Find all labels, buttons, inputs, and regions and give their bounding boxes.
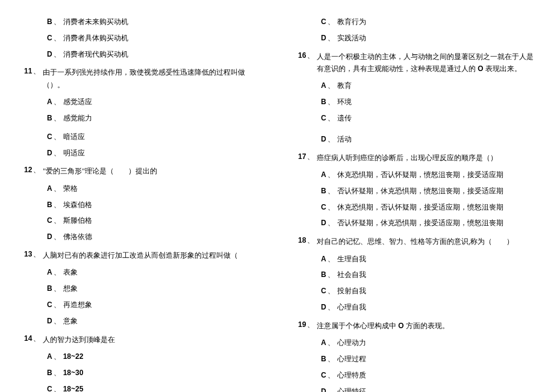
option-letter: C [47, 132, 52, 142]
option-text: 消费者具体购买动机 [63, 33, 128, 43]
option-text: 教育 [337, 81, 352, 91]
option-text: 明适应 [63, 148, 85, 158]
question-12: 12、"爱的三角形"理论是（ ）提出的 [18, 165, 262, 177]
option-row: D、心理自我 [292, 302, 536, 313]
option-letter: B [47, 17, 52, 27]
option-text: 想象 [63, 284, 78, 294]
option-letter: B [47, 284, 52, 294]
question-text: "爱的三角形"理论是（ ）提出的 [43, 165, 262, 177]
option-text: 活动 [337, 134, 352, 145]
option-letter: B [321, 270, 326, 280]
option-letter: C [47, 384, 52, 393]
option-row: A、感觉适应 [18, 97, 262, 107]
option-row: A、18~22 [18, 352, 262, 362]
option-letter: A [47, 352, 52, 362]
option-row: C、遗传 [292, 113, 536, 123]
option-text: 18~22 [63, 352, 84, 362]
question-11: 11、由于一系列强光持续作用，致使视觉感受性迅速降低的过程叫做（）。 [18, 66, 262, 91]
question-text: 人是一个积极主动的主体，人与动物之间的显著区别之一就在于人是有意识的，具有主观能… [317, 51, 536, 75]
option-text: 18~30 [63, 368, 84, 378]
option-row: D、佛洛依德 [18, 232, 262, 242]
option-text: 休克恐惧期，否认怀疑期，接受适应期，愤怒沮丧期 [337, 202, 503, 213]
question-14: 14、人的智力达到顶峰是在 [18, 334, 262, 346]
option-text: 实践活动 [337, 33, 366, 43]
question-text: 对自己的记忆、思维、智力、性格等方面的意识,称为（ ） [317, 235, 536, 247]
option-row: C、18~25 [18, 384, 262, 393]
option-letter: A [321, 254, 326, 264]
option-row: D、心理特征 [292, 387, 536, 393]
option-row: B、18~30 [18, 368, 262, 378]
option-row: C、再造想象 [18, 300, 262, 310]
option-row: B、想象 [18, 284, 262, 294]
option-text: 18~25 [63, 384, 84, 393]
option-row: C、休克恐惧期，否认怀疑期，接受适应期，愤怒沮丧期 [292, 202, 536, 213]
option-text: 遗传 [337, 113, 352, 123]
option-letter: C [321, 113, 326, 123]
question-number: 14 [24, 334, 32, 344]
option-text: 心理过程 [337, 354, 366, 364]
option-row: C、投射自我 [292, 286, 536, 296]
option-letter: D [47, 316, 52, 326]
option-letter: D [321, 218, 326, 228]
option-letter: A [321, 81, 326, 91]
option-row: A、荣格 [18, 184, 262, 194]
option-text: 表象 [63, 267, 78, 278]
option-text: 教育行为 [337, 17, 366, 27]
option-row: A、休克恐惧期，否认怀疑期，愤怒沮丧期，接受适应期 [292, 170, 536, 180]
option-letter: D [47, 49, 52, 60]
option-row: C、暗适应 [18, 132, 262, 142]
option-text: 埃森伯格 [63, 200, 92, 210]
option-text: 斯滕伯格 [63, 216, 92, 226]
option-letter: C [47, 33, 52, 43]
option-text: 感觉适应 [63, 97, 92, 107]
question-number: 12 [24, 165, 32, 175]
option-row: C、教育行为 [292, 17, 536, 27]
question-text: 由于一系列强光持续作用，致使视觉感受性迅速降低的过程叫做（）。 [43, 66, 262, 91]
option-text: 心理特质 [337, 370, 366, 381]
option-letter: C [321, 286, 326, 296]
option-letter: A [47, 97, 52, 107]
question-number: 16 [298, 51, 306, 61]
option-letter: B [47, 200, 52, 210]
option-text: 意象 [63, 316, 78, 326]
question-number: 13 [24, 249, 32, 260]
option-letter: A [321, 170, 326, 180]
option-row: D、活动 [292, 134, 536, 145]
question-number: 11 [24, 66, 32, 76]
option-row: B、埃森伯格 [18, 200, 262, 210]
question-text: 注意属于个体心理构成中 O 方面的表现。 [317, 320, 536, 332]
option-row: D、实践活动 [292, 33, 536, 43]
question-number: 19 [298, 320, 306, 330]
option-row: A、心理动力 [292, 338, 536, 348]
option-row: A、表象 [18, 267, 262, 278]
option-text: 否认怀疑期，休克恐惧期，接受适应期，愤怒沮丧期 [337, 218, 503, 228]
option-letter: C [321, 17, 326, 27]
option-row: C、心理特质 [292, 370, 536, 381]
option-text: 心理动力 [337, 338, 366, 348]
option-letter: D [321, 134, 326, 145]
option-letter: D [321, 302, 326, 313]
option-text: 荣格 [63, 184, 78, 194]
option-row: D、意象 [18, 316, 262, 326]
option-text: 心理特征 [337, 387, 366, 393]
option-letter: C [47, 216, 52, 226]
option-letter: B [47, 113, 52, 123]
option-letter: C [321, 202, 326, 213]
option-letter: C [321, 370, 326, 381]
option-letter: B [321, 354, 326, 364]
option-letter: D [47, 148, 52, 158]
option-letter: A [47, 184, 52, 194]
option-letter: D [321, 33, 326, 43]
option-text: 心理自我 [337, 302, 366, 313]
question-text: 癌症病人听到癌症的诊断后，出现心理反应的顺序是（） [317, 152, 536, 164]
question-number: 17 [298, 152, 306, 162]
option-row: B、否认怀疑期，休克恐惧期，愤怒沮丧期，接受适应期 [292, 186, 536, 196]
option-row: B、消费者未来购买动机 [18, 17, 262, 27]
option-text: 投射自我 [337, 286, 366, 296]
option-row: D、否认怀疑期，休克恐惧期，接受适应期，愤怒沮丧期 [292, 218, 536, 228]
question-number: 18 [298, 235, 306, 246]
option-text: 生理自我 [337, 254, 366, 264]
option-letter: A [47, 267, 52, 278]
question-19: 19、注意属于个体心理构成中 O 方面的表现。 [292, 320, 536, 332]
option-row: B、心理过程 [292, 354, 536, 364]
